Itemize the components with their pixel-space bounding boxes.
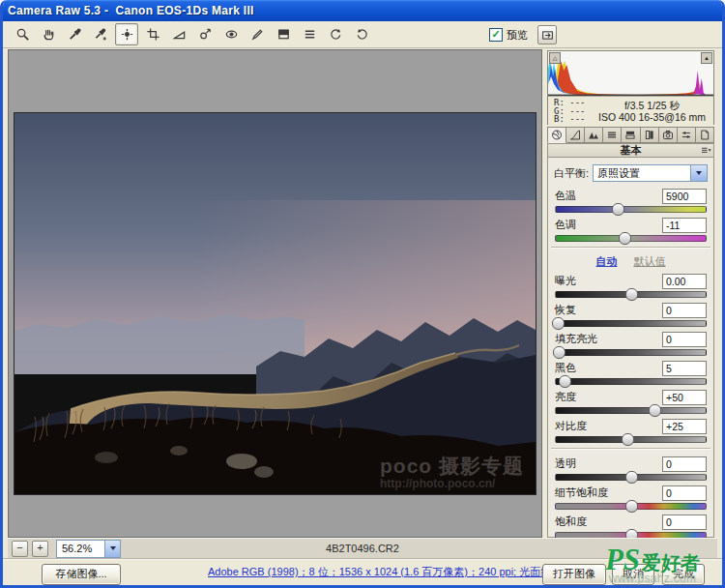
slider-thumb[interactable] [622, 433, 634, 446]
slider-value-field[interactable]: 5 [662, 361, 707, 376]
window-title: Camera Raw 5.3 - Canon EOS-1Ds Mark III [0, 4, 254, 17]
slider-track[interactable] [555, 474, 707, 481]
slider-value-field[interactable]: 0 [662, 332, 707, 347]
chevron-down-icon[interactable] [690, 165, 707, 181]
red-eye-icon [224, 27, 239, 42]
zoom-tool[interactable] [11, 23, 34, 45]
slider-thumb[interactable] [625, 500, 638, 513]
red-eye-tool[interactable] [219, 23, 243, 45]
slider-thumb[interactable] [649, 404, 661, 417]
slider-value-field[interactable]: 0 [662, 485, 707, 501]
slider-value-field[interactable]: 0 [662, 514, 707, 530]
spot-removal-icon [198, 27, 213, 42]
slider-label: 色温 [555, 189, 576, 203]
workflow-settings-link[interactable]: Adobe RGB (1998)；8 位；1536 x 1024 (1.6 百万… [208, 565, 575, 579]
slider-thumb[interactable] [625, 471, 638, 484]
photo-canvas[interactable]: poco 摄影专题 http://photo.poco.cn/ [14, 112, 536, 495]
straighten-icon [172, 27, 187, 42]
spot-removal-tool[interactable] [193, 23, 217, 45]
detail-icon [587, 129, 600, 141]
histogram: △ ▲ [548, 51, 713, 96]
highlight-clipping-button[interactable]: ▲ [701, 52, 712, 64]
tab-tone-curve[interactable] [566, 127, 585, 143]
slider-label: 透明 [555, 456, 576, 471]
graduated-filter-tool[interactable] [272, 23, 295, 45]
menu-lines-icon [701, 146, 711, 156]
slider-track[interactable] [555, 235, 707, 242]
tab-basic[interactable] [547, 127, 566, 143]
aperture-shutter: f/3.5 1/25 秒 [594, 100, 710, 111]
snapshots-icon [698, 129, 711, 141]
slider-track[interactable] [555, 206, 707, 213]
slider-thumb[interactable] [612, 203, 624, 216]
white-balance-icon [68, 27, 82, 42]
slider-thumb[interactable] [552, 317, 565, 330]
preferences-tool[interactable] [298, 23, 321, 45]
slider-value-field[interactable]: 0 [662, 303, 707, 318]
straighten-tool[interactable] [167, 23, 190, 45]
tab-split-toning[interactable] [622, 127, 640, 143]
slider-thumb[interactable] [559, 375, 571, 388]
slider-track[interactable] [555, 378, 707, 385]
auto-link[interactable]: 自动 [595, 255, 617, 267]
slider-row: 对比度+25 [555, 418, 707, 443]
slider-value-field[interactable]: 5900 [662, 189, 707, 204]
fullscreen-toggle-button[interactable] [537, 25, 557, 44]
tab-lens-corrections[interactable] [641, 127, 659, 143]
preview-checkbox[interactable]: ✓ [489, 28, 503, 42]
slider-value-field[interactable]: 0.00 [662, 274, 707, 289]
slider-track[interactable] [555, 291, 707, 298]
tab-hsl-grayscale[interactable] [603, 127, 622, 143]
zoom-icon [15, 27, 30, 42]
hsl-grayscale-icon [605, 129, 619, 141]
slider-track[interactable] [555, 349, 707, 356]
slider-value-field[interactable]: +25 [662, 419, 707, 434]
tab-presets[interactable] [678, 127, 696, 143]
title-bar[interactable]: Camera Raw 5.3 - Canon EOS-1Ds Mark III [0, 0, 725, 21]
save-image-button[interactable]: 存储图像... [42, 564, 121, 585]
targeted-adjustment-tool[interactable] [115, 23, 138, 45]
slider-value-field[interactable]: -11 [662, 218, 707, 233]
white-balance-row: 白平衡: 原照设置 [554, 164, 708, 182]
adjustment-brush-tool[interactable] [246, 23, 269, 45]
slider-thumb[interactable] [619, 232, 631, 245]
slider-track[interactable] [555, 320, 707, 327]
white-balance-tool[interactable] [63, 23, 86, 45]
color-sampler-tool[interactable] [89, 23, 112, 45]
slider-label: 曝光 [555, 274, 576, 288]
slider-track[interactable] [555, 503, 707, 510]
white-balance-select[interactable]: 原照设置 [593, 164, 708, 182]
open-image-button[interactable]: 打开图像 [542, 564, 606, 585]
adjustment-brush-icon [250, 27, 265, 42]
toolbar: ✓ 预览 [3, 21, 722, 48]
hand-tool[interactable] [37, 23, 60, 45]
slider-thumb[interactable] [553, 346, 566, 359]
tab-snapshots[interactable] [696, 127, 714, 143]
slider-value-field[interactable]: 0 [662, 456, 707, 472]
iso-lens: ISO 400 16-35@16 mm [594, 111, 710, 123]
tone-curve-icon [568, 129, 582, 141]
slider-label: 对比度 [555, 419, 587, 433]
slider-row: 色调-11 [555, 217, 707, 242]
tab-detail[interactable] [585, 127, 603, 143]
rotate-right-tool[interactable] [350, 23, 373, 45]
panel-tabs [547, 127, 714, 143]
filename: 4B2T0496.CR2 [8, 543, 717, 554]
great-wall-photo [14, 113, 536, 494]
slider-track[interactable] [555, 436, 707, 443]
done-button[interactable]: 完成 [662, 564, 705, 585]
shadow-clipping-button[interactable]: △ [549, 52, 561, 64]
slider-value-field[interactable]: +50 [662, 390, 707, 405]
slider-label: 亮度 [555, 390, 576, 404]
default-link[interactable]: 默认值 [634, 255, 666, 267]
white-balance-value: 原照设置 [594, 165, 690, 181]
tab-camera-calibration[interactable] [659, 127, 678, 143]
divider [551, 448, 710, 450]
auto-default-row: 自动 默认值 [548, 254, 713, 270]
graduated-filter-icon [276, 27, 291, 42]
crop-tool[interactable] [141, 23, 164, 45]
cancel-button[interactable]: 取消 [612, 564, 654, 585]
slider-thumb[interactable] [625, 288, 638, 301]
slider-track[interactable] [555, 407, 707, 414]
rotate-left-tool[interactable] [324, 23, 347, 45]
